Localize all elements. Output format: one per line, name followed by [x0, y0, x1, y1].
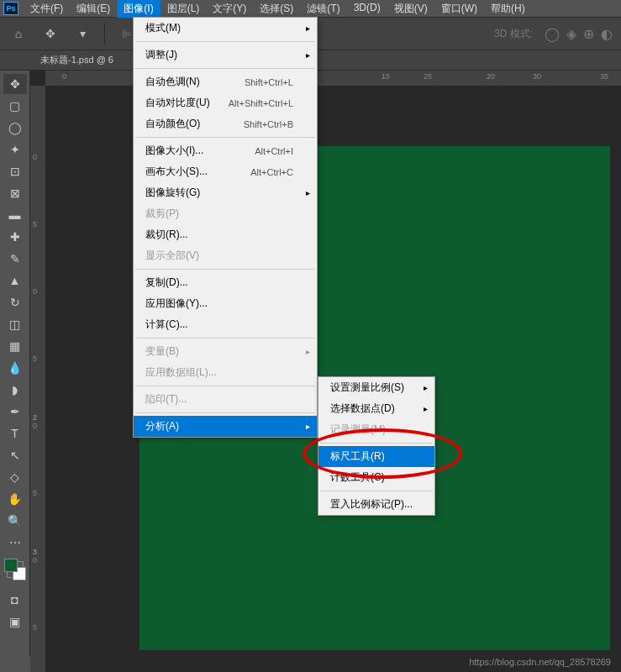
color-swatches[interactable] — [7, 561, 24, 578]
image-menu-item-16[interactable]: 应用图像(Y)... — [134, 293, 317, 314]
menu-item-label: 记录测量(M) — [330, 423, 386, 437]
image-menu-item-24[interactable]: 分析(A) — [134, 416, 317, 437]
menu-窗口[interactable]: 窗口(W) — [434, 0, 484, 18]
home-icon[interactable]: ⌂ — [8, 24, 29, 44]
analysis-submenu: 设置测量比例(S)选择数据点(D)记录测量(M)标尺工具(R)计数工具(C)置入… — [318, 376, 435, 516]
heal-tool[interactable]: ✚ — [3, 227, 27, 247]
edit-toolbar[interactable]: ⋯ — [3, 533, 27, 553]
menu-item-label: 置入比例标记(P)... — [330, 497, 413, 512]
image-menu-item-10[interactable]: 图像旋转(G) — [134, 182, 317, 203]
3d-pan-icon[interactable]: ◈ — [566, 26, 576, 42]
analysis-menu-item-7[interactable]: 置入比例标记(P)... — [318, 494, 434, 515]
analysis-menu-item-0[interactable]: 设置测量比例(S) — [318, 377, 434, 398]
menu-文件[interactable]: 文件(F) — [24, 0, 70, 18]
3d-orbit-icon[interactable]: ◯ — [545, 26, 560, 42]
analysis-menu-item-2: 记录测量(M) — [318, 419, 434, 440]
3d-roll-icon[interactable]: ◐ — [601, 26, 613, 42]
analysis-menu-item-5[interactable]: 计数工具(C) — [318, 467, 434, 488]
dropdown-icon[interactable]: ▾ — [72, 24, 92, 44]
analysis-menu-item-4[interactable]: 标尺工具(R) — [318, 446, 434, 467]
image-menu-item-15[interactable]: 复制(D)... — [134, 272, 317, 293]
menu-item-label: 应用数据组(L)... — [145, 365, 217, 380]
path-tool[interactable]: ↖ — [3, 445, 27, 465]
menu-item-label: 自动色调(N) — [145, 75, 200, 89]
crop-tool[interactable]: ⊡ — [3, 161, 27, 181]
ruler-vertical: 0505050523 — [30, 86, 45, 672]
3d-zoom-icon[interactable]: ⊕ — [583, 26, 594, 42]
menu-item-label: 陷印(T)... — [145, 392, 187, 407]
image-menu-item-17[interactable]: 计算(C)... — [134, 314, 317, 335]
move-tool[interactable]: ✥ — [3, 74, 27, 94]
menu-item-label: 裁剪(P) — [145, 207, 179, 221]
gradient-tool[interactable]: ▦ — [3, 336, 27, 356]
document-tab[interactable]: 未标题-1.psd @ 6 — [40, 54, 113, 66]
menu-图层[interactable]: 图层(L) — [161, 0, 207, 18]
image-menu-item-9[interactable]: 画布大小(S)...Alt+Ctrl+C — [134, 161, 317, 182]
menu-item-label: 模式(M) — [145, 21, 181, 35]
menu-item-label: 应用图像(Y)... — [145, 297, 208, 311]
type-tool[interactable]: T — [3, 423, 27, 444]
marquee-tool[interactable]: ▢ — [3, 96, 27, 116]
menu-item-label: 变量(B) — [145, 344, 179, 359]
quick-mask[interactable]: ◘ — [3, 590, 27, 610]
eyedropper-tool[interactable]: ▬ — [3, 205, 27, 225]
menu-图像[interactable]: 图像(I) — [117, 0, 160, 18]
menu-视图[interactable]: 视图(V) — [387, 0, 434, 18]
menu-滤镜[interactable]: 滤镜(T) — [300, 0, 346, 18]
pen-tool[interactable]: ✒ — [3, 402, 27, 422]
move-tool-icon[interactable]: ✥ — [40, 24, 61, 44]
image-menu-item-13: 显示全部(V) — [134, 245, 317, 266]
menu-编辑[interactable]: 编辑(E) — [70, 0, 117, 18]
image-menu-item-8[interactable]: 图像大小(I)...Alt+Ctrl+I — [134, 140, 317, 161]
image-menu-item-20: 应用数据组(L)... — [134, 362, 317, 383]
shortcut: Shift+Ctrl+L — [245, 77, 293, 87]
menu-item-label: 复制(D)... — [145, 276, 188, 290]
foreground-color[interactable] — [4, 559, 18, 572]
shortcut: Alt+Ctrl+I — [255, 146, 293, 156]
image-menu-item-2[interactable]: 调整(J) — [134, 45, 317, 66]
hand-tool[interactable]: ✋ — [3, 489, 27, 509]
shortcut: Shift+Ctrl+B — [244, 119, 293, 129]
image-menu-item-5[interactable]: 自动对比度(U)Alt+Shift+Ctrl+L — [134, 92, 317, 113]
eraser-tool[interactable]: ◫ — [3, 314, 27, 334]
menu-item-label: 图像旋转(G) — [145, 186, 200, 200]
menu-选择[interactable]: 选择(S) — [253, 0, 300, 18]
history-brush-tool[interactable]: ↻ — [3, 292, 27, 312]
menu-item-label: 调整(J) — [145, 48, 177, 62]
zoom-tool[interactable]: 🔍 — [3, 511, 27, 531]
screen-mode[interactable]: ▣ — [3, 612, 27, 632]
workspace: 05101520253035 0505050523 — [30, 71, 621, 672]
menu-item-label: 画布大小(S)... — [145, 165, 208, 179]
wand-tool[interactable]: ✦ — [3, 139, 27, 160]
separator — [135, 412, 315, 413]
menu-文字[interactable]: 文字(Y) — [206, 0, 253, 18]
analysis-menu-item-1[interactable]: 选择数据点(D) — [318, 398, 434, 419]
image-menu-item-4[interactable]: 自动色调(N)Shift+Ctrl+L — [134, 71, 317, 92]
menu-item-label: 裁切(R)... — [145, 228, 188, 242]
menu-item-label: 标尺工具(R) — [330, 449, 385, 464]
menu-帮助[interactable]: 帮助(H) — [484, 0, 532, 18]
shape-tool[interactable]: ◇ — [3, 467, 27, 487]
separator — [135, 338, 315, 339]
menu-item-label: 选择数据点(D) — [330, 402, 395, 416]
watermark: https://blog.csdn.net/qq_28578269 — [469, 657, 611, 667]
image-menu-item-12[interactable]: 裁切(R)... — [134, 224, 317, 245]
blur-tool[interactable]: 💧 — [3, 358, 27, 378]
menu-item-label: 设置测量比例(S) — [330, 381, 404, 395]
menubar: Ps 文件(F)编辑(E)图像(I)图层(L)文字(Y)选择(S)滤镜(T)3D… — [0, 0, 621, 17]
frame-tool[interactable]: ⊠ — [3, 183, 27, 203]
brush-tool[interactable]: ✎ — [3, 249, 27, 269]
ruler-horizontal: 05101520253035 — [45, 71, 621, 86]
3d-mode-label: 3D 模式: — [494, 27, 533, 41]
image-menu-item-22: 陷印(T)... — [134, 389, 317, 410]
image-menu-item-6[interactable]: 自动颜色(O)Shift+Ctrl+B — [134, 113, 317, 134]
image-menu-item-0[interactable]: 模式(M) — [134, 18, 317, 39]
menu-item-label: 计算(C)... — [145, 318, 188, 332]
separator — [135, 386, 315, 386]
shortcut: Alt+Ctrl+C — [250, 167, 293, 177]
separator — [320, 443, 433, 444]
dodge-tool[interactable]: ◗ — [3, 380, 27, 400]
menu-3d[interactable]: 3D(D) — [347, 0, 387, 18]
stamp-tool[interactable]: ▲ — [3, 270, 27, 291]
lasso-tool[interactable]: ◯ — [3, 118, 27, 138]
